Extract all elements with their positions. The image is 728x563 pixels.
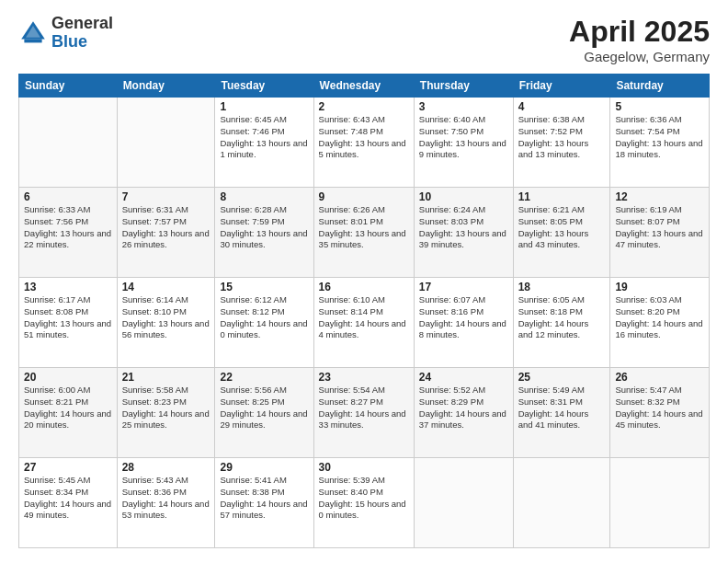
logo-icon bbox=[18, 18, 48, 48]
day-number: 4 bbox=[518, 100, 606, 113]
location: Gaegelow, Germany bbox=[569, 49, 710, 64]
day-number: 18 bbox=[518, 281, 606, 293]
title-block: April 2025 Gaegelow, Germany bbox=[569, 15, 710, 64]
day-number: 29 bbox=[220, 461, 308, 474]
day-number: 12 bbox=[615, 190, 704, 203]
day-number: 27 bbox=[24, 461, 112, 474]
day-cell: 11Sunrise: 6:21 AM Sunset: 8:05 PM Dayli… bbox=[513, 188, 610, 278]
col-sunday: Sunday bbox=[19, 75, 118, 98]
day-info: Sunrise: 5:39 AM Sunset: 8:40 PM Dayligh… bbox=[319, 475, 409, 522]
day-cell: 1Sunrise: 6:45 AM Sunset: 7:46 PM Daylig… bbox=[215, 98, 313, 188]
week-row-2: 6Sunrise: 6:33 AM Sunset: 7:56 PM Daylig… bbox=[19, 188, 710, 278]
day-cell: 17Sunrise: 6:07 AM Sunset: 8:16 PM Dayli… bbox=[414, 278, 513, 368]
day-number: 22 bbox=[220, 371, 308, 384]
logo: General Blue bbox=[18, 15, 113, 52]
day-info: Sunrise: 6:00 AM Sunset: 8:21 PM Dayligh… bbox=[24, 385, 112, 431]
day-cell: 16Sunrise: 6:10 AM Sunset: 8:14 PM Dayli… bbox=[313, 278, 414, 368]
day-cell: 15Sunrise: 6:12 AM Sunset: 8:12 PM Dayli… bbox=[215, 278, 313, 368]
day-cell: 18Sunrise: 6:05 AM Sunset: 8:18 PM Dayli… bbox=[513, 278, 610, 368]
day-info: Sunrise: 6:40 AM Sunset: 7:50 PM Dayligh… bbox=[419, 114, 508, 161]
day-cell bbox=[610, 458, 710, 548]
day-info: Sunrise: 6:07 AM Sunset: 8:16 PM Dayligh… bbox=[419, 294, 508, 341]
col-wednesday: Wednesday bbox=[313, 75, 414, 98]
day-cell: 21Sunrise: 5:58 AM Sunset: 8:23 PM Dayli… bbox=[117, 368, 215, 458]
logo-blue: Blue bbox=[51, 33, 113, 52]
day-info: Sunrise: 6:26 AM Sunset: 8:01 PM Dayligh… bbox=[319, 204, 409, 251]
week-row-1: 1Sunrise: 6:45 AM Sunset: 7:46 PM Daylig… bbox=[19, 98, 710, 188]
day-info: Sunrise: 5:56 AM Sunset: 8:25 PM Dayligh… bbox=[220, 385, 308, 431]
day-cell: 19Sunrise: 6:03 AM Sunset: 8:20 PM Dayli… bbox=[610, 278, 710, 368]
svg-rect-2 bbox=[24, 39, 41, 42]
col-monday: Monday bbox=[117, 75, 215, 98]
day-number: 16 bbox=[319, 281, 409, 293]
day-info: Sunrise: 5:54 AM Sunset: 8:27 PM Dayligh… bbox=[319, 385, 409, 431]
day-number: 24 bbox=[419, 371, 508, 384]
week-row-3: 13Sunrise: 6:17 AM Sunset: 8:08 PM Dayli… bbox=[19, 278, 710, 368]
day-info: Sunrise: 5:45 AM Sunset: 8:34 PM Dayligh… bbox=[24, 475, 112, 522]
week-row-4: 20Sunrise: 6:00 AM Sunset: 8:21 PM Dayli… bbox=[19, 368, 710, 458]
day-info: Sunrise: 6:28 AM Sunset: 7:59 PM Dayligh… bbox=[220, 204, 308, 251]
header: General Blue April 2025 Gaegelow, German… bbox=[18, 15, 710, 64]
day-number: 26 bbox=[615, 371, 704, 384]
day-number: 23 bbox=[319, 371, 409, 384]
day-cell: 5Sunrise: 6:36 AM Sunset: 7:54 PM Daylig… bbox=[610, 98, 710, 188]
day-info: Sunrise: 5:49 AM Sunset: 8:31 PM Dayligh… bbox=[518, 385, 606, 431]
day-info: Sunrise: 6:38 AM Sunset: 7:52 PM Dayligh… bbox=[518, 114, 606, 161]
col-thursday: Thursday bbox=[414, 75, 513, 98]
day-info: Sunrise: 5:41 AM Sunset: 8:38 PM Dayligh… bbox=[220, 475, 308, 522]
day-number: 13 bbox=[24, 281, 112, 293]
logo-text: General Blue bbox=[51, 15, 113, 52]
day-number: 1 bbox=[220, 100, 308, 113]
day-number: 8 bbox=[220, 190, 308, 203]
day-info: Sunrise: 5:58 AM Sunset: 8:23 PM Dayligh… bbox=[122, 385, 210, 431]
day-cell: 26Sunrise: 5:47 AM Sunset: 8:32 PM Dayli… bbox=[610, 368, 710, 458]
day-info: Sunrise: 5:52 AM Sunset: 8:29 PM Dayligh… bbox=[419, 385, 508, 431]
page: General Blue April 2025 Gaegelow, German… bbox=[0, 0, 728, 563]
day-cell: 12Sunrise: 6:19 AM Sunset: 8:07 PM Dayli… bbox=[610, 188, 710, 278]
day-number: 25 bbox=[518, 371, 606, 384]
day-number: 5 bbox=[615, 100, 704, 113]
day-cell: 25Sunrise: 5:49 AM Sunset: 8:31 PM Dayli… bbox=[513, 368, 610, 458]
day-cell: 29Sunrise: 5:41 AM Sunset: 8:38 PM Dayli… bbox=[215, 458, 313, 548]
header-row: Sunday Monday Tuesday Wednesday Thursday… bbox=[19, 75, 710, 98]
day-cell: 28Sunrise: 5:43 AM Sunset: 8:36 PM Dayli… bbox=[117, 458, 215, 548]
day-info: Sunrise: 6:05 AM Sunset: 8:18 PM Dayligh… bbox=[518, 294, 606, 341]
day-number: 2 bbox=[319, 100, 409, 113]
day-number: 6 bbox=[24, 190, 112, 203]
day-number: 3 bbox=[419, 100, 508, 113]
day-info: Sunrise: 6:19 AM Sunset: 8:07 PM Dayligh… bbox=[615, 204, 704, 251]
day-cell: 2Sunrise: 6:43 AM Sunset: 7:48 PM Daylig… bbox=[313, 98, 414, 188]
day-number: 15 bbox=[220, 281, 308, 293]
day-info: Sunrise: 6:36 AM Sunset: 7:54 PM Dayligh… bbox=[615, 114, 704, 161]
day-info: Sunrise: 6:33 AM Sunset: 7:56 PM Dayligh… bbox=[24, 204, 112, 251]
day-number: 9 bbox=[319, 190, 409, 203]
day-number: 21 bbox=[122, 371, 210, 384]
week-row-5: 27Sunrise: 5:45 AM Sunset: 8:34 PM Dayli… bbox=[19, 458, 710, 548]
day-cell: 4Sunrise: 6:38 AM Sunset: 7:52 PM Daylig… bbox=[513, 98, 610, 188]
day-info: Sunrise: 5:47 AM Sunset: 8:32 PM Dayligh… bbox=[615, 385, 704, 431]
day-number: 28 bbox=[122, 461, 210, 474]
day-info: Sunrise: 6:31 AM Sunset: 7:57 PM Dayligh… bbox=[122, 204, 210, 251]
logo-general: General bbox=[51, 15, 113, 33]
day-number: 11 bbox=[518, 190, 606, 203]
col-saturday: Saturday bbox=[610, 75, 710, 98]
day-info: Sunrise: 6:10 AM Sunset: 8:14 PM Dayligh… bbox=[319, 294, 409, 341]
day-cell bbox=[513, 458, 610, 548]
day-cell bbox=[414, 458, 513, 548]
day-cell: 14Sunrise: 6:14 AM Sunset: 8:10 PM Dayli… bbox=[117, 278, 215, 368]
day-info: Sunrise: 6:12 AM Sunset: 8:12 PM Dayligh… bbox=[220, 294, 308, 341]
day-number: 20 bbox=[24, 371, 112, 384]
month-title: April 2025 bbox=[569, 15, 710, 49]
day-cell: 10Sunrise: 6:24 AM Sunset: 8:03 PM Dayli… bbox=[414, 188, 513, 278]
day-info: Sunrise: 6:24 AM Sunset: 8:03 PM Dayligh… bbox=[419, 204, 508, 251]
day-cell: 7Sunrise: 6:31 AM Sunset: 7:57 PM Daylig… bbox=[117, 188, 215, 278]
day-cell: 23Sunrise: 5:54 AM Sunset: 8:27 PM Dayli… bbox=[313, 368, 414, 458]
day-number: 14 bbox=[122, 281, 210, 293]
day-cell: 24Sunrise: 5:52 AM Sunset: 8:29 PM Dayli… bbox=[414, 368, 513, 458]
day-cell: 27Sunrise: 5:45 AM Sunset: 8:34 PM Dayli… bbox=[19, 458, 118, 548]
day-number: 19 bbox=[615, 281, 704, 293]
day-info: Sunrise: 5:43 AM Sunset: 8:36 PM Dayligh… bbox=[122, 475, 210, 522]
day-cell: 22Sunrise: 5:56 AM Sunset: 8:25 PM Dayli… bbox=[215, 368, 313, 458]
day-cell bbox=[19, 98, 118, 188]
day-info: Sunrise: 6:03 AM Sunset: 8:20 PM Dayligh… bbox=[615, 294, 704, 341]
